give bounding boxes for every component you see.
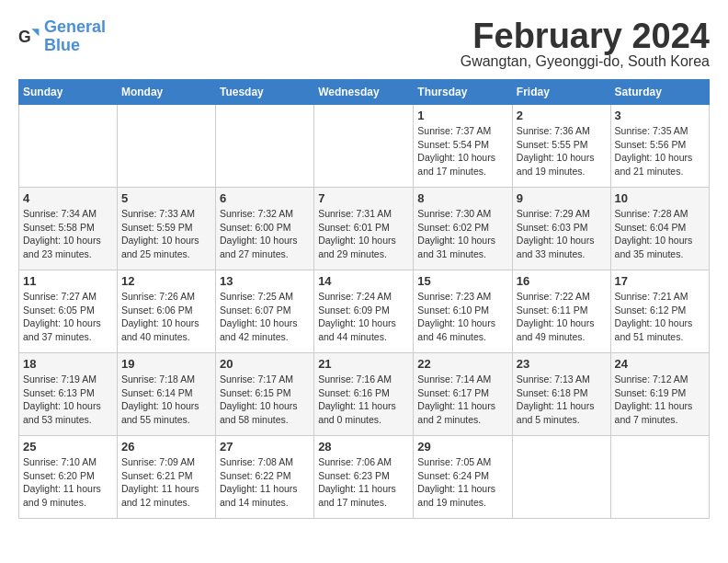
day-number: 22 [417, 357, 508, 371]
calendar-cell: 14Sunrise: 7:24 AM Sunset: 6:09 PM Dayli… [314, 270, 414, 353]
day-number: 19 [121, 357, 211, 371]
day-number: 29 [417, 440, 508, 454]
day-number: 4 [23, 191, 113, 205]
calendar-cell: 1Sunrise: 7:37 AM Sunset: 5:54 PM Daylig… [414, 105, 513, 188]
day-number: 21 [318, 357, 409, 371]
calendar-cell [117, 105, 215, 188]
calendar-cell: 20Sunrise: 7:17 AM Sunset: 6:15 PM Dayli… [215, 353, 313, 436]
calendar-week-row: 18Sunrise: 7:19 AM Sunset: 6:13 PM Dayli… [19, 353, 710, 436]
day-number: 15 [417, 274, 508, 288]
calendar-cell: 27Sunrise: 7:08 AM Sunset: 6:22 PM Dayli… [215, 436, 313, 519]
day-number: 23 [517, 357, 607, 371]
calendar-cell: 29Sunrise: 7:05 AM Sunset: 6:24 PM Dayli… [414, 436, 513, 519]
day-number: 5 [121, 191, 211, 205]
calendar-week-row: 25Sunrise: 7:10 AM Sunset: 6:20 PM Dayli… [19, 436, 710, 519]
logo: G General Blue [18, 18, 106, 55]
calendar-cell [512, 436, 610, 519]
day-info: Sunrise: 7:31 AM Sunset: 6:01 PM Dayligh… [318, 207, 409, 261]
calendar-week-row: 1Sunrise: 7:37 AM Sunset: 5:54 PM Daylig… [19, 105, 710, 188]
calendar-cell [19, 105, 118, 188]
day-info: Sunrise: 7:08 AM Sunset: 6:22 PM Dayligh… [220, 455, 310, 510]
day-number: 25 [23, 440, 113, 454]
weekday-header-monday: Monday [117, 80, 215, 105]
calendar-cell: 15Sunrise: 7:23 AM Sunset: 6:10 PM Dayli… [414, 270, 513, 353]
calendar-cell: 13Sunrise: 7:25 AM Sunset: 6:07 PM Dayli… [215, 270, 313, 353]
day-info: Sunrise: 7:21 AM Sunset: 6:12 PM Dayligh… [615, 290, 705, 344]
day-info: Sunrise: 7:28 AM Sunset: 6:04 PM Dayligh… [615, 207, 705, 261]
weekday-header-friday: Friday [512, 80, 610, 105]
svg-marker-1 [31, 29, 39, 36]
calendar-cell [215, 105, 313, 188]
day-info: Sunrise: 7:14 AM Sunset: 6:17 PM Dayligh… [417, 373, 508, 427]
day-number: 8 [417, 191, 508, 205]
day-info: Sunrise: 7:16 AM Sunset: 6:16 PM Dayligh… [318, 373, 409, 427]
calendar-cell: 21Sunrise: 7:16 AM Sunset: 6:16 PM Dayli… [314, 353, 414, 436]
calendar-cell: 10Sunrise: 7:28 AM Sunset: 6:04 PM Dayli… [610, 188, 709, 270]
day-number: 28 [318, 440, 409, 454]
calendar-table: SundayMondayTuesdayWednesdayThursdayFrid… [18, 79, 710, 519]
weekday-header-thursday: Thursday [414, 80, 513, 105]
day-number: 3 [615, 109, 705, 122]
calendar-cell: 25Sunrise: 7:10 AM Sunset: 6:20 PM Dayli… [19, 436, 118, 519]
day-info: Sunrise: 7:34 AM Sunset: 5:58 PM Dayligh… [23, 207, 113, 261]
day-number: 9 [517, 191, 607, 205]
day-info: Sunrise: 7:33 AM Sunset: 5:59 PM Dayligh… [121, 207, 211, 261]
day-number: 2 [517, 109, 607, 122]
day-info: Sunrise: 7:18 AM Sunset: 6:14 PM Dayligh… [121, 373, 211, 427]
logo-icon: G [18, 26, 40, 48]
calendar-cell: 22Sunrise: 7:14 AM Sunset: 6:17 PM Dayli… [414, 353, 513, 436]
logo-text: General Blue [44, 18, 106, 55]
day-info: Sunrise: 7:26 AM Sunset: 6:06 PM Dayligh… [121, 290, 211, 344]
calendar-cell: 23Sunrise: 7:13 AM Sunset: 6:18 PM Dayli… [512, 353, 610, 436]
day-number: 1 [417, 109, 508, 122]
day-number: 26 [121, 440, 211, 454]
day-info: Sunrise: 7:30 AM Sunset: 6:02 PM Dayligh… [417, 207, 508, 261]
title-section: February 2024 Gwangtan, Gyeonggi-do, Sou… [461, 18, 710, 70]
day-info: Sunrise: 7:17 AM Sunset: 6:15 PM Dayligh… [220, 373, 310, 427]
calendar-cell: 7Sunrise: 7:31 AM Sunset: 6:01 PM Daylig… [314, 188, 414, 270]
calendar-cell: 18Sunrise: 7:19 AM Sunset: 6:13 PM Dayli… [19, 353, 118, 436]
calendar-cell: 4Sunrise: 7:34 AM Sunset: 5:58 PM Daylig… [19, 188, 118, 270]
day-number: 17 [615, 274, 705, 288]
calendar-cell: 17Sunrise: 7:21 AM Sunset: 6:12 PM Dayli… [610, 270, 709, 353]
logo-general: General [44, 17, 106, 36]
day-number: 11 [23, 274, 113, 288]
day-info: Sunrise: 7:09 AM Sunset: 6:21 PM Dayligh… [121, 455, 211, 510]
month-year-title: February 2024 [461, 18, 710, 53]
weekday-header-saturday: Saturday [610, 80, 709, 105]
day-number: 16 [517, 274, 607, 288]
day-info: Sunrise: 7:22 AM Sunset: 6:11 PM Dayligh… [517, 290, 607, 344]
calendar-cell: 2Sunrise: 7:36 AM Sunset: 5:55 PM Daylig… [512, 105, 610, 188]
day-number: 6 [220, 191, 310, 205]
page-header: G General Blue February 2024 Gwangtan, G… [18, 18, 710, 70]
svg-text:G: G [18, 27, 31, 45]
day-number: 24 [615, 357, 705, 371]
day-info: Sunrise: 7:12 AM Sunset: 6:19 PM Dayligh… [615, 373, 705, 427]
day-info: Sunrise: 7:06 AM Sunset: 6:23 PM Dayligh… [318, 455, 409, 510]
day-info: Sunrise: 7:10 AM Sunset: 6:20 PM Dayligh… [23, 455, 113, 510]
calendar-cell: 19Sunrise: 7:18 AM Sunset: 6:14 PM Dayli… [117, 353, 215, 436]
day-number: 14 [318, 274, 409, 288]
calendar-cell: 12Sunrise: 7:26 AM Sunset: 6:06 PM Dayli… [117, 270, 215, 353]
weekday-header-sunday: Sunday [19, 80, 118, 105]
day-number: 18 [23, 357, 113, 371]
calendar-cell: 11Sunrise: 7:27 AM Sunset: 6:05 PM Dayli… [19, 270, 118, 353]
day-info: Sunrise: 7:32 AM Sunset: 6:00 PM Dayligh… [220, 207, 310, 261]
weekday-header-tuesday: Tuesday [215, 80, 313, 105]
calendar-cell: 3Sunrise: 7:35 AM Sunset: 5:56 PM Daylig… [610, 105, 709, 188]
day-info: Sunrise: 7:19 AM Sunset: 6:13 PM Dayligh… [23, 373, 113, 427]
calendar-cell: 5Sunrise: 7:33 AM Sunset: 5:59 PM Daylig… [117, 188, 215, 270]
day-info: Sunrise: 7:37 AM Sunset: 5:54 PM Dayligh… [417, 124, 508, 178]
weekday-header-row: SundayMondayTuesdayWednesdayThursdayFrid… [19, 80, 710, 105]
day-info: Sunrise: 7:24 AM Sunset: 6:09 PM Dayligh… [318, 290, 409, 344]
calendar-week-row: 4Sunrise: 7:34 AM Sunset: 5:58 PM Daylig… [19, 188, 710, 270]
location-subtitle: Gwangtan, Gyeonggi-do, South Korea [461, 53, 710, 70]
weekday-header-wednesday: Wednesday [314, 80, 414, 105]
calendar-cell: 6Sunrise: 7:32 AM Sunset: 6:00 PM Daylig… [215, 188, 313, 270]
day-number: 20 [220, 357, 310, 371]
day-number: 7 [318, 191, 409, 205]
calendar-cell [610, 436, 709, 519]
calendar-week-row: 11Sunrise: 7:27 AM Sunset: 6:05 PM Dayli… [19, 270, 710, 353]
day-info: Sunrise: 7:29 AM Sunset: 6:03 PM Dayligh… [517, 207, 607, 261]
day-info: Sunrise: 7:35 AM Sunset: 5:56 PM Dayligh… [615, 124, 705, 178]
